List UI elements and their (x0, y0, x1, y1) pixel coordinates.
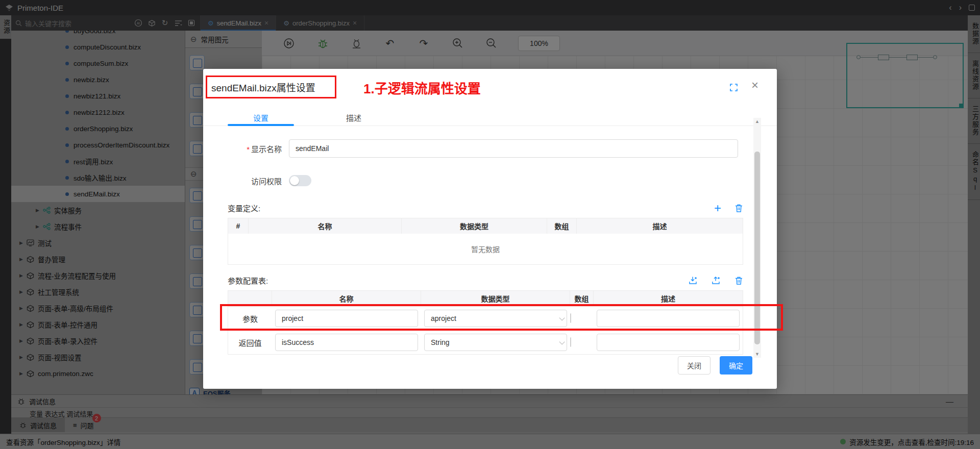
col-array: 数组 (547, 218, 577, 234)
tab-description[interactable]: 描述 (331, 109, 377, 126)
dialog-tabbar: 设置 描述 (203, 109, 777, 126)
display-name-label: 显示名称 (251, 145, 282, 154)
access-label: 访问权限 (228, 176, 289, 186)
dialog-footer: 关闭 确定 (678, 356, 752, 375)
properties-dialog: sendEMail.bizx属性设置 × 设置 描述 *显示名称 访问权限 变量… (203, 69, 777, 389)
import-params-icon[interactable] (689, 276, 698, 285)
close-button[interactable]: 关闭 (678, 356, 710, 375)
col-type: 数据类型 (402, 218, 547, 234)
tab-settings[interactable]: 设置 (228, 109, 294, 126)
ide-window: Primeton-IDE ‹ › 资源 输入关键字搜索 AI ↻ (0, 0, 980, 449)
export-params-icon[interactable] (712, 276, 721, 285)
scroll-down-icon[interactable]: ▼ (753, 352, 761, 357)
access-row: 访问权限 (228, 175, 743, 186)
params-label: 参数配置表: (228, 275, 268, 286)
empty-placeholder: 暂无数据 (228, 234, 743, 264)
variables-table: # 名称 数据类型 数组 描述 暂无数据 (228, 218, 743, 265)
scroll-up-icon[interactable]: ▲ (753, 119, 761, 124)
param-row-return: 返回值 (228, 330, 743, 354)
return-name-input[interactable] (275, 334, 418, 351)
delete-param-icon[interactable] (734, 276, 743, 285)
annotation-callout: 1.子逻辑流属性设置 (363, 78, 481, 97)
expand-dialog-icon[interactable] (729, 83, 738, 92)
return-array-checkbox[interactable] (570, 337, 571, 347)
display-name-input[interactable] (289, 139, 738, 158)
return-type-select[interactable] (424, 334, 567, 351)
active-tab-indicator (228, 124, 294, 126)
annotation-title-box (206, 76, 336, 98)
add-variable-icon[interactable]: + (714, 204, 721, 213)
annotation-param-row-box (220, 304, 783, 331)
row-kind-label: 返回值 (228, 337, 272, 348)
display-name-row: *显示名称 (228, 139, 743, 158)
vars-section-header: 变量定义: + (228, 203, 743, 213)
return-desc-input[interactable] (597, 334, 740, 351)
delete-variable-icon[interactable] (734, 204, 743, 213)
confirm-button[interactable]: 确定 (720, 356, 752, 375)
col-name: 名称 (249, 218, 402, 234)
access-toggle[interactable] (289, 175, 311, 186)
col-desc: 描述 (577, 218, 743, 234)
col-index: # (228, 218, 249, 234)
params-section-header: 参数配置表: (228, 275, 743, 286)
vars-label: 变量定义: (228, 203, 260, 213)
required-asterisk: * (247, 145, 250, 154)
close-dialog-icon[interactable]: × (751, 78, 758, 92)
